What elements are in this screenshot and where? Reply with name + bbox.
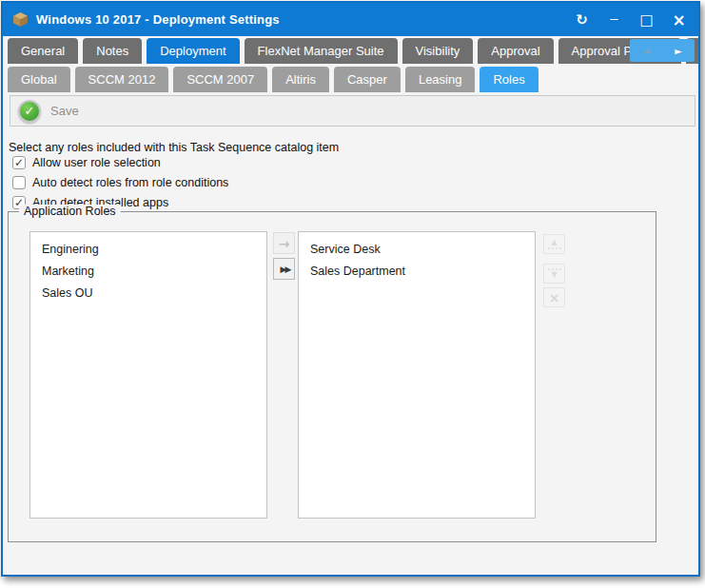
- subtab-leasing[interactable]: Leasing: [405, 67, 476, 92]
- chevron-right-icon: ►: [675, 46, 682, 56]
- subtab-altiris[interactable]: Altiris: [272, 67, 329, 92]
- arrow-right-icon: →: [279, 236, 290, 251]
- window-controls: ↻ ─ □ ×: [572, 10, 689, 29]
- dotted-line: [548, 247, 561, 249]
- remove-x-icon: ×: [549, 290, 560, 305]
- tab-approval[interactable]: Approval: [478, 38, 553, 64]
- list-item[interactable]: Marketing: [30, 261, 266, 283]
- checkbox-allow-user-role-selection[interactable]: ✓ Allow user role selection: [12, 155, 161, 170]
- list-item[interactable]: Enginering: [30, 239, 266, 261]
- secondary-tab-bar: Global SCCM 2012 SCCM 2007 Altiris Caspe…: [8, 67, 698, 92]
- save-check-icon: ✓: [18, 100, 41, 123]
- checkbox-auto-detect-roles[interactable]: Auto detect roles from role conditions: [12, 175, 228, 190]
- toolbar: ✓ Save: [10, 95, 695, 127]
- assigned-roles-list[interactable]: Service Desk Sales Department: [298, 231, 536, 519]
- check-icon: ✓: [14, 157, 24, 168]
- move-down-button[interactable]: ▼: [543, 264, 565, 284]
- arrow-down-icon: ▼: [551, 271, 557, 279]
- subtab-sccm-2007[interactable]: SCCM 2007: [173, 67, 267, 92]
- close-button[interactable]: ×: [669, 10, 689, 29]
- tab-scroll-control: ◄ ►: [630, 39, 695, 62]
- deployment-settings-dialog: Windows 10 2017 - Deployment Settings ↻ …: [1, 1, 700, 577]
- window-title: Windows 10 2017 - Deployment Settings: [36, 12, 280, 27]
- save-button[interactable]: ✓ Save: [18, 100, 79, 123]
- save-label: Save: [50, 104, 79, 118]
- package-icon: [12, 11, 29, 28]
- application-roles-group: Application Roles Enginering Marketing S…: [8, 211, 656, 542]
- maximize-button[interactable]: □: [636, 10, 656, 29]
- checkbox-box[interactable]: ✓: [12, 156, 26, 169]
- list-item[interactable]: Sales Department: [299, 261, 535, 283]
- refresh-icon: ↻: [576, 11, 588, 29]
- tab-deployment[interactable]: Deployment: [147, 38, 239, 64]
- group-title: Application Roles: [19, 205, 121, 218]
- remove-button[interactable]: ×: [543, 287, 565, 307]
- checkbox-box[interactable]: [12, 176, 26, 189]
- arrow-up-icon: ▲: [551, 239, 557, 246]
- available-roles-list[interactable]: Enginering Marketing Sales OU: [29, 231, 267, 519]
- primary-tab-bar: General Notes Deployment FlexNet Manager…: [8, 38, 698, 64]
- maximize-icon: □: [639, 11, 653, 29]
- titlebar: Windows 10 2017 - Deployment Settings ↻ …: [3, 3, 698, 36]
- tab-scroll-left-button[interactable]: ◄: [630, 39, 662, 62]
- minimize-icon: ─: [611, 12, 618, 27]
- move-up-button[interactable]: ▲: [543, 234, 565, 254]
- subtab-casper[interactable]: Casper: [334, 67, 401, 92]
- move-all-right-button[interactable]: ▶▶: [273, 258, 295, 280]
- minimize-button[interactable]: ─: [604, 10, 624, 29]
- checkbox-label: Auto detect roles from role conditions: [32, 176, 228, 189]
- refresh-button[interactable]: ↻: [572, 10, 592, 29]
- subtab-sccm-2012[interactable]: SCCM 2012: [75, 67, 169, 92]
- checkbox-label: Allow user role selection: [32, 156, 161, 169]
- move-right-button[interactable]: →: [273, 232, 295, 254]
- tab-scroll-right-button[interactable]: ►: [662, 39, 695, 62]
- subtab-global[interactable]: Global: [8, 67, 70, 92]
- tab-flexnet-manager-suite[interactable]: FlexNet Manager Suite: [245, 38, 398, 64]
- subtab-roles[interactable]: Roles: [480, 67, 538, 92]
- tab-visibility[interactable]: Visibility: [402, 38, 474, 64]
- screen: Windows 10 2017 - Deployment Settings ↻ …: [0, 0, 705, 588]
- list-item[interactable]: Sales OU: [30, 283, 266, 304]
- tab-general[interactable]: General: [8, 38, 78, 64]
- double-arrow-right-icon: ▶▶: [281, 265, 290, 274]
- close-icon: ×: [672, 10, 685, 29]
- tab-notes[interactable]: Notes: [83, 38, 142, 64]
- chevron-left-icon: ◄: [642, 46, 650, 56]
- list-item[interactable]: Service Desk: [299, 239, 535, 261]
- instruction-text: Select any roles included with this Task…: [9, 141, 339, 154]
